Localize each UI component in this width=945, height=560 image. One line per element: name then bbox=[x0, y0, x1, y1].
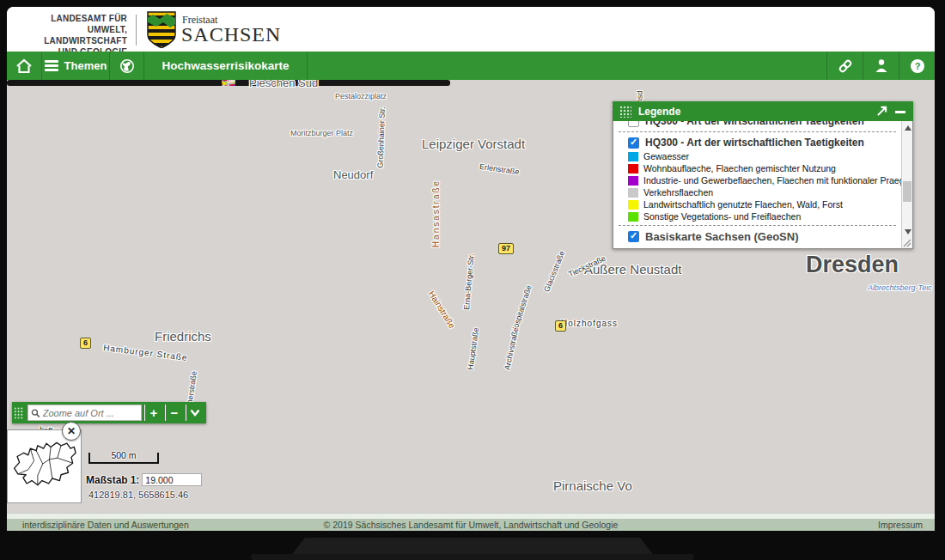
legend-layer-label: HQ300 - Art der wirtschaftlichen Taetigk… bbox=[645, 121, 864, 127]
home-icon bbox=[15, 58, 33, 74]
place-label: Leipziger Vorstadt bbox=[422, 137, 525, 151]
zoom-dropdown-button[interactable] bbox=[186, 405, 204, 421]
themen-menu-button[interactable]: Themen bbox=[42, 52, 110, 80]
state-name: SACHSEN bbox=[181, 23, 281, 46]
saxony-coat-of-arms bbox=[146, 11, 177, 52]
legend-panel: Legende HQ300 - Art der wirtschaftlichen… bbox=[613, 101, 913, 249]
legend-item: Industrie- und Gewerbeflaechen, Flaechen… bbox=[628, 174, 901, 186]
search-input[interactable] bbox=[43, 408, 138, 418]
globe-button[interactable] bbox=[110, 52, 144, 80]
legend-layer-basemap: Basiskarte Sachsen (GeoSN) bbox=[613, 228, 901, 245]
checkbox-checked[interactable] bbox=[628, 137, 639, 149]
legend-separator bbox=[619, 131, 896, 132]
color-swatch bbox=[628, 200, 638, 210]
legend-item: Gewaesser bbox=[628, 150, 901, 162]
color-swatch bbox=[628, 164, 638, 173]
legend-header[interactable]: Legende bbox=[613, 101, 913, 121]
mouse-coordinates: 412819.81, 5658615.46 bbox=[88, 490, 188, 500]
legend-scrollbar[interactable] bbox=[901, 121, 912, 248]
scale-control: Maßstab 1: bbox=[86, 473, 202, 486]
search-widget: + − bbox=[12, 402, 206, 423]
scale-input[interactable] bbox=[142, 473, 202, 486]
street-label: Großenhainer Str. bbox=[376, 107, 387, 168]
themen-label: Themen bbox=[64, 59, 107, 72]
street-label: Erna-Berger-Str. bbox=[462, 253, 476, 310]
impressum-link[interactable]: Impressum bbox=[878, 520, 923, 530]
agency-line-2: LANDWIRTSCHAFT bbox=[15, 35, 127, 46]
header-divider bbox=[136, 15, 137, 46]
minimize-icon[interactable] bbox=[894, 106, 906, 117]
legend-clipped-row: HQ300 - Art der wirtschaftlichen Taetigk… bbox=[613, 121, 901, 129]
legend-layer-hq300: HQ300 - Art der wirtschaftlichen Taetigk… bbox=[613, 135, 901, 150]
street-label: Holzhofgass bbox=[561, 319, 618, 328]
street-label: Erlenstraße bbox=[479, 162, 520, 176]
road-badge: 6 bbox=[555, 320, 566, 332]
footer-tagline: interdisziplinäre Daten und Auswertungen bbox=[22, 520, 189, 530]
scroll-down-arrow[interactable] bbox=[905, 229, 911, 234]
person-icon bbox=[875, 58, 888, 73]
map-canvas[interactable]: ++ Pieschen Süd Pestalozziplatz Moritzbu… bbox=[7, 80, 935, 513]
scale-label: Maßstab bbox=[86, 474, 128, 486]
globe-icon bbox=[119, 58, 135, 74]
home-button[interactable] bbox=[7, 52, 42, 80]
legend-item-list: Gewaesser Wohnbauflaeche, Flaechen gemis… bbox=[613, 150, 901, 222]
scalebar-label: 500 m bbox=[90, 450, 157, 460]
app-header: LANDESAMT FÜR UMWELT, LANDWIRTSCHAFT UND… bbox=[7, 7, 935, 52]
legend-item: Landwirtschaftlich genutzte Flaechen, Wa… bbox=[628, 198, 901, 210]
legend-item: Verkehrsflaechen bbox=[628, 186, 901, 198]
place-label: Pirnaische Vo bbox=[553, 478, 632, 493]
drag-handle-icon[interactable] bbox=[619, 106, 631, 118]
street-label: Hainstraße bbox=[427, 289, 457, 330]
overview-close-button[interactable]: ✕ bbox=[62, 422, 81, 441]
browser-viewport: LANDESAMT FÜR UMWELT, LANDWIRTSCHAFT UND… bbox=[7, 7, 935, 531]
color-swatch bbox=[628, 152, 638, 161]
legend-item: Sonstige Vegetations- und Freiflaechen bbox=[628, 210, 901, 222]
legend-body: HQ300 - Art der wirtschaftlichen Taetigk… bbox=[613, 121, 913, 249]
scale-ratio-prefix: 1: bbox=[131, 474, 140, 486]
street-label: Hansastraße bbox=[431, 180, 441, 247]
street-label: Hauptstraße bbox=[466, 327, 480, 370]
place-label: Pieschen Süd bbox=[249, 80, 318, 89]
legend-layer-label: Basiskarte Sachsen (GeoSN) bbox=[645, 230, 798, 243]
footer-bar: interdisziplinäre Daten und Auswertungen… bbox=[7, 519, 935, 531]
place-label: Moritzburger Platz bbox=[290, 129, 353, 137]
detach-icon[interactable] bbox=[876, 106, 887, 117]
color-swatch bbox=[628, 188, 638, 198]
zoom-out-button[interactable]: − bbox=[165, 405, 183, 421]
legend-content: HQ300 - Art der wirtschaftlichen Taetigk… bbox=[613, 121, 901, 248]
login-button[interactable] bbox=[863, 52, 899, 80]
street-label: Hamburger Straße bbox=[103, 343, 188, 362]
agency-line-1: LANDESAMT FÜR UMWELT, bbox=[15, 13, 127, 35]
color-swatch bbox=[628, 212, 638, 222]
legend-item: Wohnbauflaeche, Flaechen gemischter Nutz… bbox=[628, 162, 901, 174]
checkbox-unchecked[interactable] bbox=[628, 121, 639, 127]
scroll-up-arrow[interactable] bbox=[905, 125, 911, 131]
help-button[interactable]: ? bbox=[899, 52, 935, 80]
legend-layer-label: HQ300 - Art der wirtschaftlichen Taetigk… bbox=[645, 137, 864, 149]
zoom-in-button[interactable]: + bbox=[144, 405, 162, 421]
search-input-wrap bbox=[27, 405, 142, 421]
help-icon: ? bbox=[910, 58, 925, 74]
drag-handle-icon[interactable] bbox=[14, 405, 25, 422]
legend-title: Legende bbox=[638, 106, 869, 118]
place-label: Friedrichs bbox=[155, 329, 211, 344]
svg-text:?: ? bbox=[914, 61, 920, 71]
basemap-graphics: ++ bbox=[7, 80, 450, 86]
link-icon bbox=[838, 58, 853, 74]
scrollbar-thumb[interactable] bbox=[903, 181, 911, 202]
legend-separator bbox=[619, 225, 896, 226]
color-swatch bbox=[628, 176, 638, 186]
place-label: Neudorf bbox=[333, 168, 373, 181]
share-link-button[interactable] bbox=[826, 52, 863, 80]
saxony-outline bbox=[8, 430, 81, 502]
monitor-stand-base bbox=[251, 554, 694, 560]
scalebar: 500 m bbox=[88, 453, 159, 464]
road-badge: 6 bbox=[80, 338, 91, 349]
chevron-down-icon bbox=[190, 409, 200, 417]
hamburger-icon bbox=[45, 58, 58, 74]
water-label: Albrechtsberg-Teic bbox=[868, 283, 932, 292]
checkbox-checked[interactable] bbox=[628, 231, 639, 242]
street-label: Glacisstraße bbox=[542, 250, 566, 294]
main-toolbar: Themen Hochwasserrisikokarte bbox=[7, 52, 935, 80]
resize-grip[interactable] bbox=[903, 239, 911, 247]
